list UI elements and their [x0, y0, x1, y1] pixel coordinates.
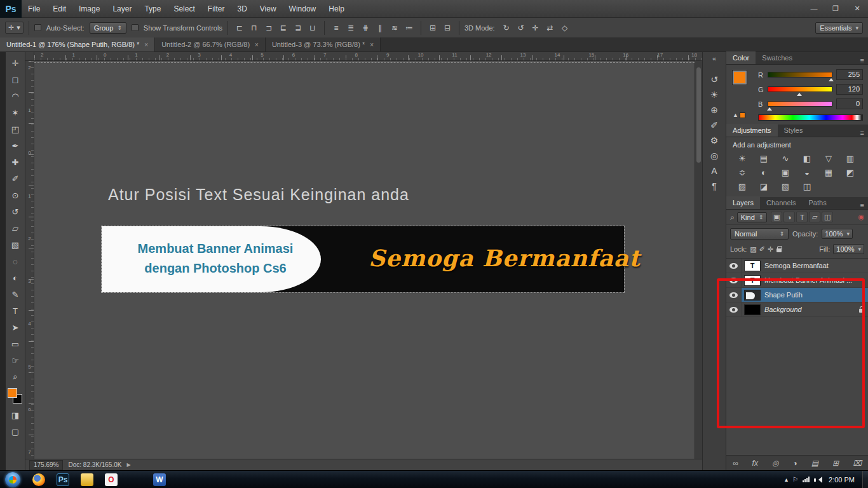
tool-button[interactable]: ✎ — [7, 286, 24, 302]
zoom-level-field[interactable]: 175.69% — [29, 460, 63, 470]
tool-button[interactable]: ⊙ — [7, 187, 24, 203]
layer-row[interactable]: T Semoga Bermanfaat — [726, 259, 868, 273]
menu-item[interactable]: Type — [138, 0, 167, 17]
document-tab[interactable]: Untitled-2 @ 66.7% (RGB/8) × — [155, 37, 266, 51]
close-button[interactable]: ✕ — [846, 0, 868, 17]
panel-tab[interactable]: Styles — [778, 124, 810, 137]
distribute-icon[interactable]: ⋕ — [359, 22, 372, 34]
3d-mode-icon[interactable]: ↺ — [515, 22, 527, 34]
layers-bottom-icon[interactable]: ▤ — [811, 459, 818, 468]
collapsed-panel-icon[interactable]: A — [707, 163, 722, 179]
auto-select-dropdown[interactable]: Group ⇕ — [90, 22, 126, 34]
red-value-field[interactable]: 255 — [836, 69, 863, 80]
taskbar-app-button[interactable]: W — [148, 471, 171, 488]
panel-tab[interactable]: Swatches — [756, 51, 799, 64]
layer-filter-icon[interactable]: ▣ — [771, 212, 782, 222]
banner-artwork[interactable]: Membuat Banner Animasi dengan Photoshop … — [102, 226, 624, 292]
layers-bottom-icon[interactable]: ◑ — [792, 459, 797, 468]
expand-dock-icon[interactable]: « — [712, 55, 716, 64]
foreground-color-swatch[interactable] — [733, 71, 747, 85]
visibility-toggle[interactable] — [726, 302, 742, 316]
panel-tab[interactable]: Channels — [760, 196, 802, 209]
tool-button[interactable]: ◻ — [7, 71, 24, 88]
visibility-toggle[interactable] — [726, 273, 742, 287]
3d-mode-icon[interactable]: ◇ — [559, 22, 571, 34]
menu-item[interactable]: View — [254, 0, 283, 17]
layer-main[interactable]: Shape Putih — [742, 288, 868, 302]
panel-menu-icon[interactable]: ≡ — [857, 129, 868, 137]
canvas-vertical-scrollbar[interactable] — [695, 61, 702, 459]
tab-close-icon[interactable]: × — [144, 41, 148, 48]
adjustment-icon[interactable]: ≎ — [731, 165, 753, 179]
tool-preset-picker[interactable]: ✛ ▾ — [5, 22, 24, 34]
menu-item[interactable]: Image — [72, 0, 106, 17]
vertical-ruler[interactable]: 2101234567 — [25, 61, 34, 459]
tool-button[interactable]: ✐ — [7, 170, 24, 187]
taskbar-app-button[interactable]: O — [100, 471, 123, 488]
layer-main[interactable]: T Membuat Banner Animasi ... — [742, 273, 868, 287]
collapsed-panel-icon[interactable]: ◎ — [707, 148, 722, 163]
distribute-icon[interactable]: ≋ — [388, 22, 401, 34]
tab-close-icon[interactable]: × — [255, 41, 259, 48]
layer-row[interactable]: Background — [726, 302, 868, 317]
network-icon[interactable] — [803, 477, 810, 482]
adjustment-icon[interactable]: ◩ — [839, 165, 861, 179]
collapsed-panel-icon[interactable]: ⊕ — [707, 102, 722, 118]
layer-row[interactable]: T Membuat Banner Animasi ... — [726, 273, 868, 288]
clock[interactable]: 2:00 PM — [826, 476, 857, 484]
adjustment-icon[interactable]: ◐ — [753, 165, 775, 179]
layer-main[interactable]: Background — [742, 302, 868, 316]
taskbar-app-button[interactable]: Ps — [51, 471, 74, 488]
panel-tab[interactable]: Paths — [803, 196, 833, 209]
banner-right-text[interactable]: Semoga Bermanfaat — [369, 245, 607, 271]
taskbar-app-button[interactable] — [27, 471, 50, 488]
show-desktop-button[interactable] — [862, 471, 868, 488]
option-icon[interactable]: ⊟ — [441, 22, 454, 34]
adjustment-icon[interactable]: ▤ — [753, 151, 775, 165]
screen-mode-icon[interactable]: ▢ — [7, 423, 24, 440]
restore-button[interactable]: ❐ — [825, 0, 846, 17]
distribute-icon[interactable]: ∥ — [374, 22, 386, 34]
menu-item[interactable]: Select — [167, 0, 201, 17]
collapsed-panel-icon[interactable]: ↺ — [707, 72, 722, 87]
auto-select-checkbox[interactable] — [34, 24, 41, 31]
gamut-warning[interactable]: ▲ — [733, 112, 745, 118]
distribute-icon[interactable]: ≔ — [403, 22, 416, 34]
layer-main[interactable]: T Semoga Bermanfaat — [742, 259, 868, 273]
panel-tab[interactable]: Adjustments — [726, 124, 778, 137]
document-tab[interactable]: Untitled-3 @ 73.3% (RGB/8) * × — [266, 37, 381, 51]
tool-button[interactable]: ◰ — [7, 121, 24, 137]
document-tab[interactable]: Untitled-1 @ 176% (Shape Putih, RGB/8) *… — [0, 37, 155, 51]
show-hidden-icons-icon[interactable]: ▴ — [785, 476, 788, 483]
menu-item[interactable]: 3D — [231, 0, 253, 17]
tool-button[interactable]: ✚ — [7, 154, 24, 170]
adjustment-icon[interactable]: ▽ — [818, 151, 839, 165]
layer-filter-icon[interactable]: T — [796, 212, 808, 222]
adjustment-icon[interactable]: ◫ — [796, 179, 818, 193]
filter-toggle-icon[interactable]: ◉ — [858, 213, 864, 221]
layer-filter-icon[interactable]: ▱ — [809, 212, 820, 222]
adjustment-icon[interactable]: ▣ — [775, 165, 796, 179]
collapsed-panel-icon[interactable]: ¶ — [707, 179, 722, 194]
3d-mode-icon[interactable]: ↻ — [500, 22, 513, 34]
show-transform-checkbox[interactable] — [132, 24, 139, 31]
adjustment-icon[interactable]: ∿ — [775, 151, 796, 165]
minimize-button[interactable]: — — [803, 0, 825, 17]
lock-all-icon[interactable] — [776, 248, 782, 252]
layers-bottom-icon[interactable]: ◎ — [772, 459, 778, 468]
align-icon[interactable]: ⊔ — [306, 22, 319, 34]
visibility-toggle[interactable] — [726, 288, 742, 302]
status-options-arrow[interactable]: ▶ — [126, 462, 130, 468]
quick-mask-icon[interactable]: ◨ — [7, 407, 24, 423]
layer-row[interactable]: Shape Putih — [726, 288, 868, 302]
adjustment-icon[interactable]: ◪ — [753, 179, 775, 193]
lock-option-icon[interactable]: ✐ — [759, 245, 765, 254]
panel-tab[interactable]: Color — [726, 51, 756, 64]
blend-mode-dropdown[interactable]: Normal ⇕ — [730, 228, 789, 240]
menu-item[interactable]: Window — [283, 0, 323, 17]
3d-mode-icon[interactable]: ✛ — [529, 22, 542, 34]
green-slider[interactable] — [768, 86, 832, 92]
tool-button[interactable]: ◌ — [7, 253, 24, 269]
taskbar-app-button[interactable] — [76, 471, 98, 488]
tool-button[interactable]: ✒ — [7, 137, 24, 154]
